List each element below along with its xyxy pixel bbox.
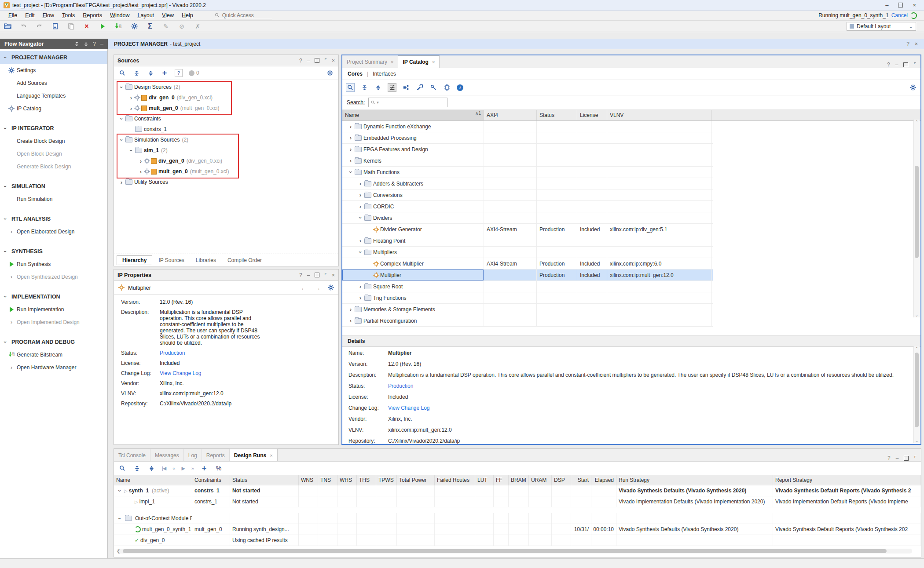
maximize-panel-icon[interactable] [315, 273, 319, 277]
flow-navigator-item[interactable]: › Open Implemented Design [0, 316, 107, 328]
catalog-tree-row[interactable]: Multipliers [342, 247, 713, 258]
close-window-icon[interactable]: × [913, 2, 916, 8]
expand-all-icon[interactable] [147, 464, 155, 472]
filter-icon[interactable] [388, 83, 396, 92]
tab-log[interactable]: Log [184, 449, 202, 461]
expand-chevron-icon[interactable] [357, 180, 363, 187]
expand-chevron-icon[interactable] [348, 157, 354, 164]
flow-navigator-item[interactable]: › PROJECT MANAGER [0, 51, 107, 64]
flow-navigator-item[interactable]: › Generate Block Design [0, 160, 107, 173]
source-tree-item[interactable]: sim_1 (2) [114, 145, 338, 156]
menu-edit[interactable]: Edit [21, 11, 39, 19]
design-run-row[interactable]: ▷ ✓ impl_1 constrs_1 Not started [114, 496, 921, 507]
maximize-window-icon[interactable] [898, 3, 903, 7]
expand-chevron-icon[interactable] [357, 283, 363, 290]
close-tab-icon[interactable]: × [432, 59, 435, 65]
column-wns[interactable]: WNS [299, 475, 318, 485]
run-icon[interactable] [99, 22, 106, 30]
column-run-strategy[interactable]: Run Strategy [616, 475, 773, 485]
column-ths[interactable]: THS [357, 475, 376, 485]
open-project-icon[interactable] [4, 22, 11, 30]
minimize-window-icon[interactable]: – [885, 2, 888, 8]
flow-navigator-item[interactable]: › IP Catalog [0, 102, 107, 115]
back-arrow-icon[interactable]: ← [301, 284, 307, 291]
add-sources-icon[interactable]: + [161, 69, 169, 77]
flow-navigator-item[interactable]: › SYNTHESIS [0, 245, 107, 258]
menu-flow[interactable]: Flow [39, 11, 58, 19]
close-icon[interactable]: × [915, 41, 918, 47]
info-icon[interactable]: i [457, 84, 463, 91]
tab-messages[interactable]: Messages [150, 449, 184, 461]
catalog-tree-row[interactable]: Partial Reconfiguration [342, 315, 713, 327]
catalog-tree-row[interactable]: Floating Point [342, 235, 713, 247]
catalog-tree-row[interactable]: CORDIC [342, 201, 713, 212]
flow-navigator-item[interactable]: › Generate Bitstream [0, 348, 107, 361]
expand-chevron-icon[interactable] [118, 116, 125, 122]
menu-file[interactable]: File [4, 11, 21, 19]
tab-libraries[interactable]: Libraries [191, 256, 221, 265]
expand-chevron-icon[interactable] [357, 215, 363, 221]
help-icon[interactable]: ? [93, 41, 96, 47]
column-bram[interactable]: BRAM [509, 475, 529, 485]
expand-chevron-icon[interactable] [348, 306, 354, 313]
menu-tools[interactable]: Tools [58, 11, 79, 19]
percent-utilization-icon[interactable]: % [215, 464, 223, 472]
menu-layout[interactable]: Layout [134, 11, 158, 19]
create-run-plus-icon[interactable]: + [200, 464, 208, 472]
flow-navigator-item[interactable]: › Run Implementation [0, 303, 107, 316]
column-tns[interactable]: TNS [318, 475, 337, 485]
collapse-all-icon[interactable] [133, 464, 141, 472]
flow-navigator-item[interactable]: › Open Block Design [0, 147, 107, 160]
tab-design-runs[interactable]: Design Runs × [230, 449, 278, 461]
catalog-tree-row[interactable]: Kernels [342, 155, 713, 167]
float-panel-icon[interactable]: ⌜ [324, 272, 327, 278]
settings-gear-icon[interactable] [328, 284, 334, 291]
flow-navigator-item[interactable]: › IP INTEGRATOR [0, 122, 107, 135]
column-constraints[interactable]: Constraints [192, 475, 230, 485]
tab-reports[interactable]: Reports [202, 449, 230, 461]
column-status[interactable]: Status [537, 110, 577, 120]
menu-window[interactable]: Window [106, 11, 133, 19]
column-elapsed[interactable]: Elapsed [591, 475, 616, 485]
float-panel-icon[interactable]: ⌜ [914, 455, 917, 461]
flow-navigator-item[interactable]: › Open Synthesized Design [0, 270, 107, 283]
catalog-tree-row[interactable]: Math Functions [342, 167, 713, 178]
design-run-row[interactable]: ▷ ✓ mult_gen_0_synth_1 mult_gen_0 Runnin… [114, 524, 921, 535]
column-name[interactable]: Name [114, 475, 192, 485]
float-panel-icon[interactable]: ⌜ [324, 58, 327, 64]
design-run-row[interactable]: ▷ ✓ synth_1 (active) constrs_1 Not start… [114, 485, 921, 496]
quick-access-search[interactable] [215, 11, 272, 19]
customize-ip-wrench-icon[interactable] [416, 84, 424, 91]
expand-chevron-icon[interactable] [138, 168, 144, 175]
expand-chevron-icon[interactable] [348, 135, 354, 141]
close-tab-icon[interactable]: × [391, 59, 393, 65]
collapse-all-icon[interactable] [74, 42, 79, 47]
catalog-tree-row[interactable]: Dynamic Function eXchange [342, 121, 713, 132]
cancel-run-link[interactable]: Cancel [891, 12, 908, 18]
expand-chevron-icon[interactable] [138, 158, 144, 164]
flow-navigator-item[interactable]: › RTL ANALYSIS [0, 212, 107, 225]
expand-chevron-icon[interactable] [367, 260, 373, 267]
flow-navigator-item[interactable]: › SIMULATION [0, 180, 107, 193]
scrollbar-thumb[interactable] [915, 353, 919, 427]
copy-icon[interactable] [67, 22, 75, 30]
source-tree-item[interactable]: Design Sources (2) [114, 82, 338, 92]
catalog-tree-row[interactable]: Divider Generator AXI4-Stream Production… [342, 224, 713, 235]
tab-project-summary[interactable]: Project Summary × [342, 56, 398, 68]
step-back-icon[interactable]: « [172, 466, 175, 471]
design-run-row[interactable]: ▷ ✓ [114, 507, 921, 513]
expand-chevron-icon[interactable] [118, 137, 125, 143]
close-panel-icon[interactable]: × [332, 272, 335, 278]
scroll-down-icon[interactable]: ⌄ [914, 438, 920, 443]
search-icon[interactable] [118, 69, 126, 77]
expand-chevron-icon[interactable] [128, 126, 134, 133]
scrollbar-thumb[interactable] [123, 549, 887, 553]
catalog-tree-row[interactable]: Complex Multiplier AXI4-Stream Productio… [342, 258, 713, 269]
help-icon[interactable]: ? [887, 455, 891, 461]
design-run-row[interactable]: ▷ ✓ Out-of-Context Module Runs [114, 513, 921, 524]
expand-chevron-icon[interactable] [128, 147, 134, 154]
source-tree-item[interactable]: mult_gen_0 (mult_gen_0.xci) [114, 103, 338, 113]
flow-navigator-item[interactable]: › Language Templates [0, 89, 107, 102]
column-lut[interactable]: LUT [475, 475, 494, 485]
tab-ip-catalog[interactable]: IP Catalog × [398, 55, 440, 68]
